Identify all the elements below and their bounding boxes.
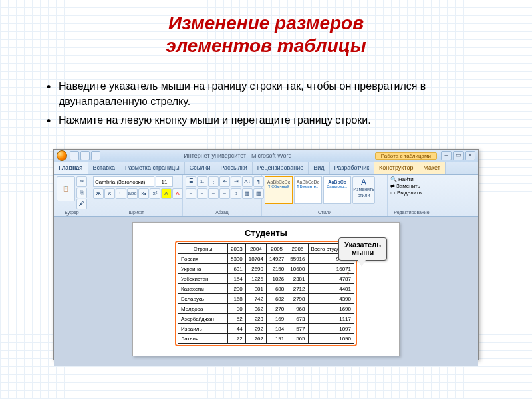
- tab-page-layout[interactable]: Разметка страницы: [120, 162, 185, 174]
- align-left-icon[interactable]: ≡: [186, 188, 196, 199]
- minimize-icon[interactable]: –: [441, 151, 452, 160]
- table-cell[interactable]: Казахстан: [178, 284, 227, 294]
- sub-icon[interactable]: x₂: [138, 188, 149, 199]
- indent-inc-icon[interactable]: ⇥: [231, 176, 241, 187]
- table-cell[interactable]: 44: [227, 324, 245, 334]
- table-cell[interactable]: 223: [245, 314, 266, 324]
- table-cell[interactable]: 742: [245, 294, 266, 304]
- style-no-spacing[interactable]: АаВbСcDc ¶ Без инте...: [294, 176, 322, 204]
- qat-undo-icon[interactable]: [80, 151, 90, 160]
- table-cell[interactable]: 5330: [227, 254, 245, 264]
- qat-save-icon[interactable]: [70, 151, 79, 160]
- find-button[interactable]: 🔍Найти: [390, 176, 433, 182]
- bold-icon[interactable]: Ж: [93, 188, 104, 199]
- table-cell[interactable]: 1117: [308, 314, 354, 324]
- table-cell[interactable]: 2690: [245, 264, 266, 274]
- table-cell[interactable]: Израиль: [178, 324, 227, 334]
- tab-mailings[interactable]: Рассылки: [215, 162, 252, 174]
- table-cell[interactable]: 168: [227, 294, 245, 304]
- cut-icon[interactable]: ✂: [76, 176, 87, 187]
- table-cell[interactable]: 191: [267, 334, 287, 344]
- table-header-cell[interactable]: 2004: [245, 244, 266, 254]
- table-cell[interactable]: 4401: [308, 284, 354, 294]
- tab-design[interactable]: Конструктор: [374, 162, 418, 174]
- table-cell[interactable]: 4390: [308, 294, 354, 304]
- table-row[interactable]: Россия533018704149275591694877: [178, 254, 354, 264]
- table-cell[interactable]: 10600: [287, 264, 308, 274]
- line-spacing-icon[interactable]: ↕: [231, 188, 241, 199]
- sup-icon[interactable]: x²: [150, 188, 160, 199]
- format-painter-icon[interactable]: 🖌: [76, 199, 87, 209]
- table-cell[interactable]: 801: [245, 284, 266, 294]
- table-cell[interactable]: 18704: [245, 254, 266, 264]
- table-row[interactable]: Украина631269021501060016071: [178, 264, 354, 274]
- copy-icon[interactable]: ⎘: [76, 188, 87, 198]
- table-cell[interactable]: Молдова: [178, 304, 227, 314]
- table-cell[interactable]: Украина: [178, 264, 227, 274]
- paste-button[interactable]: 📋: [57, 176, 75, 201]
- document-area[interactable]: Студенты Страны2003200420052006Всего сту…: [54, 217, 478, 366]
- table-cell[interactable]: 682: [267, 294, 287, 304]
- table-cell[interactable]: 1026: [267, 274, 287, 284]
- style-heading1[interactable]: АаВbСc Заголово...: [323, 176, 351, 204]
- table-cell[interactable]: 169: [267, 314, 287, 324]
- table-row[interactable]: Казахстан20080168827124401: [178, 284, 354, 294]
- table-header-cell[interactable]: Страны: [178, 244, 227, 254]
- table-cell[interactable]: 1090: [308, 334, 354, 344]
- table-cell[interactable]: 631: [227, 264, 245, 274]
- table-cell[interactable]: 673: [287, 314, 308, 324]
- align-center-icon[interactable]: ≡: [197, 188, 207, 199]
- table-cell[interactable]: 1097: [308, 324, 354, 334]
- table-row[interactable]: Израиль442921845771097: [178, 324, 354, 334]
- tab-references[interactable]: Ссылки: [185, 162, 216, 174]
- table-cell[interactable]: 2798: [287, 294, 308, 304]
- italic-icon[interactable]: К: [104, 188, 115, 199]
- table-cell[interactable]: 52: [227, 314, 245, 324]
- table-cell[interactable]: 362: [245, 304, 266, 314]
- table-cell[interactable]: 270: [267, 304, 287, 314]
- tab-layout[interactable]: Макет: [418, 162, 445, 174]
- close-icon[interactable]: ×: [465, 151, 475, 160]
- table-cell[interactable]: Россия: [178, 254, 227, 264]
- table-cell[interactable]: 154: [227, 274, 245, 284]
- table-cell[interactable]: Узбекистан: [178, 274, 227, 284]
- font-color-icon[interactable]: A: [172, 188, 183, 199]
- table-cell[interactable]: Азербайджан: [178, 314, 227, 324]
- table-cell[interactable]: 55916: [287, 254, 308, 264]
- table-cell[interactable]: 688: [267, 284, 287, 294]
- table-cell[interactable]: 200: [227, 284, 245, 294]
- table-cell[interactable]: 2381: [287, 274, 308, 284]
- sort-icon[interactable]: A↓: [242, 176, 253, 187]
- align-right-icon[interactable]: ≡: [208, 188, 219, 199]
- table-cell[interactable]: 1226: [245, 274, 266, 284]
- strike-icon[interactable]: abc: [127, 188, 138, 199]
- table-cell[interactable]: 72: [227, 334, 245, 344]
- shading-icon[interactable]: ▦: [242, 188, 253, 199]
- table-row[interactable]: Латвия722621915651090: [178, 334, 354, 344]
- change-styles-button[interactable]: A Изменить стили: [352, 176, 375, 204]
- table-cell[interactable]: 14927: [267, 254, 287, 264]
- table-row[interactable]: Молдова903622709681690: [178, 304, 354, 314]
- replace-button[interactable]: ⇄Заменить: [390, 183, 433, 189]
- tab-review[interactable]: Рецензирование: [253, 162, 309, 174]
- qat-redo-icon[interactable]: [91, 151, 100, 160]
- table-header-cell[interactable]: 2006: [287, 244, 308, 254]
- tab-insert[interactable]: Вставка: [88, 162, 120, 174]
- table-row[interactable]: Узбекистан1541226102623814787: [178, 274, 354, 284]
- table-row[interactable]: Азербайджан522231696731117: [178, 314, 354, 324]
- table-cell[interactable]: 2150: [267, 264, 287, 274]
- tab-developer[interactable]: Разработчик: [330, 162, 374, 174]
- style-normal[interactable]: АаВbСcDc ¶ Обычный: [265, 176, 293, 204]
- table-cell[interactable]: 184: [267, 324, 287, 334]
- select-button[interactable]: ▭Выделить: [390, 190, 433, 196]
- table-cell[interactable]: 577: [287, 324, 308, 334]
- multilevel-icon[interactable]: ⋮: [208, 176, 219, 187]
- table-cell[interactable]: 968: [287, 304, 308, 314]
- table-row[interactable]: Беларусь16874268227984390: [178, 294, 354, 304]
- table-cell[interactable]: 1690: [308, 304, 354, 314]
- table-cell[interactable]: 2712: [287, 284, 308, 294]
- underline-icon[interactable]: Ч: [116, 188, 126, 199]
- table-header-cell[interactable]: 2005: [267, 244, 287, 254]
- table-header-cell[interactable]: 2003: [227, 244, 245, 254]
- table-cell[interactable]: 565: [287, 334, 308, 344]
